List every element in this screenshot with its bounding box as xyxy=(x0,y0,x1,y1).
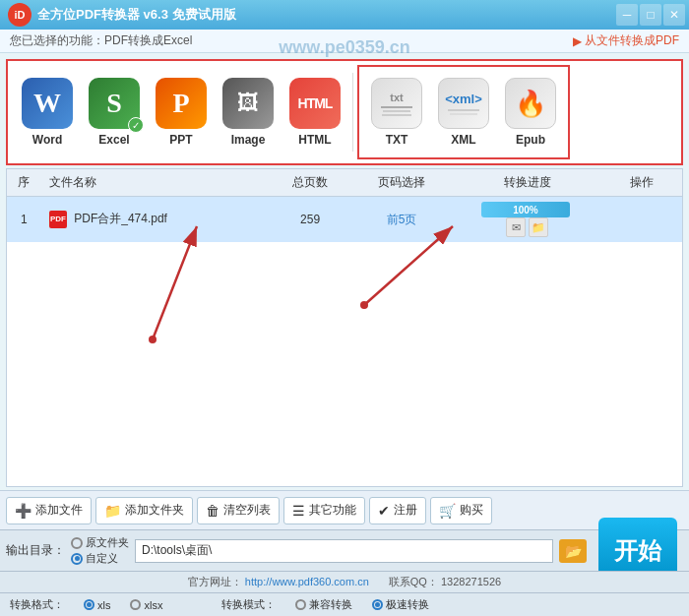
mode-compatible-radio xyxy=(295,599,306,610)
ppt-label: PPT xyxy=(169,133,192,147)
bottom-toolbar: ➕ 添加文件 📁 添加文件夹 🗑 清空列表 ☰ 其它功能 ✔ 注册 🛒 购买 xyxy=(0,490,689,529)
folder-browse-icon: 📂 xyxy=(565,543,582,559)
folder-action[interactable]: 📁 xyxy=(529,217,548,237)
pdf-icon: PDF xyxy=(49,211,67,228)
file-table: 序 文件名称 总页数 页码选择 转换进度 操作 1 PDF PDF合并_474.… xyxy=(7,169,682,242)
epub-icon-box: 🔥 xyxy=(505,78,556,129)
word-icon-box: W xyxy=(22,78,73,129)
tool-html[interactable]: HTML HTML xyxy=(282,74,348,151)
window-controls: ─ □ ✕ xyxy=(616,4,685,26)
dir-path-input[interactable] xyxy=(135,539,553,563)
col-action: 操作 xyxy=(602,169,682,197)
mode-fast-radio xyxy=(372,599,383,610)
tool-icons-bar: W Word S ✓ Excel P PPT 🖼 Image xyxy=(6,59,683,165)
app-title: 全方位PDF转换器 v6.3 免费试用版 xyxy=(37,6,236,24)
output-dir-section: 输出目录： 原文件夹 自定义 📂 开始 xyxy=(0,529,689,571)
output-dir-label: 输出目录： xyxy=(6,542,65,559)
format-xlsx-radio xyxy=(130,599,141,610)
tool-ppt[interactable]: P PPT xyxy=(148,74,215,151)
other-func-icon: ☰ xyxy=(292,503,305,519)
website-info: 官方网址： http://www.pdf360.com.cn xyxy=(188,575,369,589)
cell-pages: 259 xyxy=(270,197,349,243)
mode-compatible[interactable]: 兼容转换 xyxy=(295,597,352,612)
image-label: Image xyxy=(231,133,266,147)
other-func-button[interactable]: ☰ 其它功能 xyxy=(283,497,365,524)
subtitle-bar: 您已选择的功能：PDF转换成Excel ▶ 从文件转换成PDF xyxy=(0,30,689,53)
col-progress: 转换进度 xyxy=(453,169,601,197)
radio-original-circle xyxy=(71,537,83,549)
register-button[interactable]: ✔ 注册 xyxy=(369,497,426,524)
email-action[interactable]: ✉ xyxy=(506,217,526,237)
cell-page-select[interactable]: 前5页 xyxy=(350,197,454,243)
txt-label: TXT xyxy=(386,133,408,147)
file-list-area: 序 文件名称 总页数 页码选择 转换进度 操作 1 PDF PDF合并_474.… xyxy=(6,168,683,487)
output-dir-radio-group: 原文件夹 自定义 xyxy=(71,535,129,566)
maximize-button[interactable]: □ xyxy=(640,4,661,26)
official-bar: 官方网址： http://www.pdf360.com.cn 联系QQ： 132… xyxy=(0,571,689,592)
ppt-icon-box: P xyxy=(156,78,207,129)
tool-excel[interactable]: S ✓ Excel xyxy=(81,74,148,151)
title-bar: iD 全方位PDF转换器 v6.3 免费试用版 ─ □ ✕ xyxy=(0,0,689,30)
tool-image[interactable]: 🖼 Image xyxy=(215,74,282,151)
website-link[interactable]: http://www.pdf360.com.cn xyxy=(245,576,369,587)
format-xls-radio xyxy=(84,599,94,610)
right-tool-icons: txt TXT <xml> XML 🔥 xyxy=(357,65,570,159)
add-file-button[interactable]: ➕ 添加文件 xyxy=(6,497,92,524)
radio-original[interactable]: 原文件夹 xyxy=(71,535,129,550)
close-button[interactable]: ✕ xyxy=(663,4,685,26)
register-icon: ✔ xyxy=(378,503,390,519)
arrow-icon: ▶ xyxy=(573,34,582,48)
radio-custom-circle xyxy=(71,553,83,565)
app-logo: iD xyxy=(8,3,31,27)
cell-filename: PDF PDF合并_474.pdf xyxy=(41,197,271,243)
tool-word[interactable]: W Word xyxy=(14,74,81,151)
row-actions: ✉ 📁 xyxy=(506,217,548,237)
epub-label: Epub xyxy=(516,133,545,147)
radio-custom[interactable]: 自定义 xyxy=(71,551,129,566)
minimize-button[interactable]: ─ xyxy=(616,4,638,26)
html-label: HTML xyxy=(298,133,331,147)
mode-label: 转换模式： xyxy=(221,597,276,612)
clear-icon: 🗑 xyxy=(206,503,219,519)
add-folder-icon: 📁 xyxy=(104,503,121,519)
toolbar-divider xyxy=(352,73,353,152)
tool-txt[interactable]: txt TXT xyxy=(363,74,430,151)
dir-browse-button[interactable]: 📂 xyxy=(559,539,587,563)
col-seq: 序 xyxy=(7,169,41,197)
format-bar: 转换格式： xls xlsx 转换模式： 兼容转换 极速转换 xyxy=(0,592,689,616)
qq-info: 联系QQ： 1328271526 xyxy=(389,575,501,589)
txt-icon-box: txt xyxy=(371,78,422,129)
format-xlsx[interactable]: xlsx xyxy=(130,599,162,611)
col-pages: 总页数 xyxy=(270,169,349,197)
col-filename: 文件名称 xyxy=(41,169,271,197)
convert-to-pdf-link[interactable]: ▶ 从文件转换成PDF xyxy=(573,32,679,49)
mode-fast[interactable]: 极速转换 xyxy=(372,597,429,612)
xml-label: XML xyxy=(451,133,475,147)
excel-label: Excel xyxy=(98,133,129,147)
tool-xml[interactable]: <xml> XML xyxy=(430,74,497,151)
excel-checkmark: ✓ xyxy=(128,117,144,133)
app-window: iD 全方位PDF转换器 v6.3 免费试用版 ─ □ ✕ 您已选择的功能：PD… xyxy=(0,0,689,616)
word-label: Word xyxy=(32,133,62,147)
table-row[interactable]: 1 PDF PDF合并_474.pdf 259 前5页 100% xyxy=(7,197,682,243)
cell-seq: 1 xyxy=(7,197,41,243)
cell-action xyxy=(602,197,682,243)
excel-icon-box: S ✓ xyxy=(89,78,140,129)
empty-list-space xyxy=(7,242,682,360)
hint-text: 您已选择的功能：PDF转换成Excel xyxy=(10,32,192,49)
buy-icon: 🛒 xyxy=(439,503,456,519)
html-icon-box: HTML xyxy=(289,78,341,129)
add-file-icon: ➕ xyxy=(15,503,31,519)
table-header-row: 序 文件名称 总页数 页码选择 转换进度 操作 xyxy=(7,169,682,197)
add-folder-button[interactable]: 📁 添加文件夹 xyxy=(95,497,193,524)
buy-button[interactable]: 🛒 购买 xyxy=(430,497,492,524)
image-icon-box: 🖼 xyxy=(222,78,274,129)
col-page-select: 页码选择 xyxy=(350,169,454,197)
clear-list-button[interactable]: 🗑 清空列表 xyxy=(197,497,280,524)
progress-fill: 100% xyxy=(481,202,570,217)
progress-bar: 100% xyxy=(481,202,570,217)
cell-progress: 100% ✉ 📁 xyxy=(453,197,601,243)
xml-icon-box: <xml> xyxy=(438,78,489,129)
format-xls[interactable]: xls xyxy=(84,599,110,611)
tool-epub[interactable]: 🔥 Epub xyxy=(497,74,564,151)
